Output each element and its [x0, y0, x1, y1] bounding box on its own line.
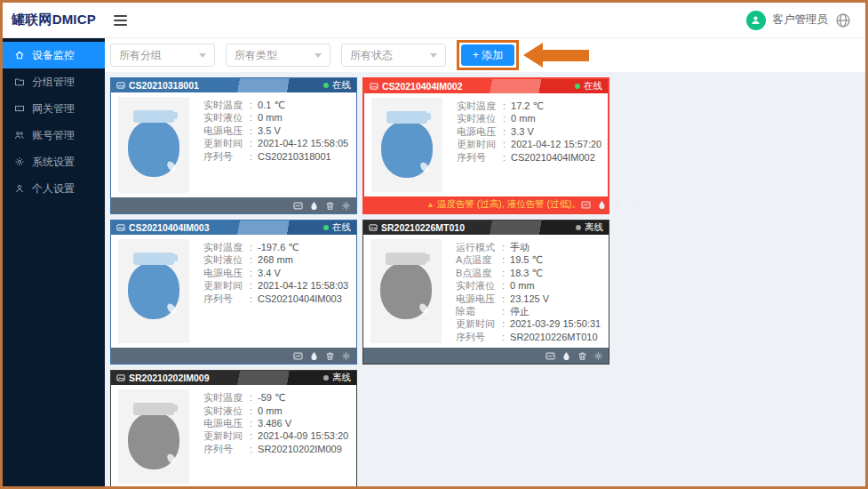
- device-id: CS20210404IM003: [129, 222, 210, 233]
- device-card: CS20210404IM003 在线 实时温度:-197.6 ℃实时液位:268…: [110, 220, 357, 365]
- sidebar-item-3[interactable]: 网关管理: [3, 95, 105, 122]
- chevron-down-icon: [199, 53, 206, 58]
- droplet-icon[interactable]: [597, 200, 607, 210]
- card-action-icons: [581, 200, 639, 210]
- gear-icon[interactable]: [341, 351, 351, 361]
- type-filter-select[interactable]: 所有类型: [226, 44, 330, 67]
- photo-icon: [116, 223, 125, 232]
- sidebar-item-5[interactable]: 系统设置: [3, 148, 105, 175]
- group-filter-select[interactable]: 所有分组: [110, 44, 215, 67]
- group-filter-value: 所有分组: [119, 48, 162, 63]
- tank-image: [370, 239, 442, 343]
- chart-icon[interactable]: [293, 201, 303, 211]
- field-row: 运行模式:手动: [456, 241, 601, 253]
- field-label: 更新时间: [203, 429, 250, 442]
- field-label: 序列号: [203, 443, 250, 455]
- user-name: 客户管理员: [773, 12, 829, 28]
- field-value: CS20210318001: [258, 150, 331, 163]
- field-label: 实时温度: [457, 100, 503, 112]
- card-action-icons: [293, 351, 351, 361]
- field-label: 实时液位: [203, 405, 250, 417]
- device-fields: 实时温度:17.2 ℃实时液位:0 mm电源电压:3.3 V更新时间:2021-…: [457, 98, 601, 192]
- language-globe-icon[interactable]: [835, 12, 851, 28]
- field-row: 实时温度:0.1 ℃: [203, 99, 348, 111]
- tank-image: [118, 239, 189, 343]
- device-card-footer: ▲ 温度告警 (过高), 液位告警 (过低)。: [364, 196, 608, 212]
- status-filter-value: 所有状态: [350, 48, 393, 63]
- device-card-header[interactable]: CS20210404IM003 在线: [111, 220, 356, 235]
- sidebar-item-2[interactable]: 分组管理: [3, 68, 105, 95]
- gear-icon[interactable]: [341, 201, 351, 211]
- chart-icon[interactable]: [545, 351, 555, 361]
- droplet-icon[interactable]: [561, 351, 571, 361]
- status-dot: [576, 225, 581, 230]
- trash-icon[interactable]: [325, 351, 335, 361]
- field-row: 序列号:CS20210404IM003: [203, 293, 348, 305]
- sidebar-item-label: 系统设置: [32, 155, 75, 170]
- field-value: CS20210404IM002: [511, 151, 595, 164]
- droplet-icon[interactable]: [309, 351, 319, 361]
- sidebar-item-6[interactable]: 个人设置: [3, 175, 105, 202]
- trash-icon[interactable]: [577, 351, 587, 361]
- tank-image: [118, 97, 189, 193]
- field-row: A点温度:19.5 ℃: [456, 253, 601, 266]
- droplet-icon[interactable]: [309, 201, 319, 211]
- field-label: 实时液位: [203, 253, 250, 266]
- field-value: 2021-04-12 15:58:05: [258, 137, 348, 149]
- field-label: 序列号: [456, 331, 502, 343]
- sidebar-item-1[interactable]: 设备监控: [3, 42, 105, 68]
- add-button[interactable]: + 添加: [461, 44, 514, 66]
- device-card-body: 实时温度:17.2 ℃实时液位:0 mm电源电压:3.3 V更新时间:2021-…: [364, 93, 608, 196]
- sidebar-item-4[interactable]: 账号管理: [3, 122, 105, 148]
- device-card-body: 实时温度:0.1 ℃实时液位:0 mm电源电压:3.5 V更新时间:2021-0…: [111, 92, 356, 197]
- topbar-right: 客户管理员: [746, 11, 866, 30]
- status-dot: [575, 84, 580, 89]
- annotation-highlight-box: + 添加: [457, 40, 519, 70]
- trash-icon[interactable]: [325, 201, 335, 211]
- device-fields: 实时温度:-197.6 ℃实时液位:268 mm电源电压:3.4 V更新时间:2…: [203, 239, 348, 343]
- gear-icon[interactable]: [593, 351, 603, 361]
- photo-icon: [116, 373, 125, 382]
- warning-icon: ▲: [426, 200, 434, 209]
- field-row: 电源电压:3.486 V: [203, 417, 348, 429]
- chart-icon[interactable]: [581, 200, 591, 210]
- field-value: 23.125 V: [510, 293, 549, 305]
- photo-icon: [369, 223, 378, 232]
- field-row: 序列号:CS20210318001: [203, 150, 348, 163]
- field-value: 2021-04-09 15:53:20: [258, 429, 348, 442]
- type-filter-value: 所有类型: [235, 48, 277, 63]
- menu-collapse-icon[interactable]: [114, 15, 127, 26]
- field-value: SR20210226MT010: [510, 331, 597, 343]
- field-label: 电源电压: [203, 417, 250, 429]
- filter-bar: 所有分组 所有类型 所有状态 + 添加: [105, 38, 865, 72]
- chart-icon[interactable]: [293, 351, 303, 361]
- field-row: 更新时间:2021-04-09 15:53:20: [203, 429, 348, 442]
- gear-icon[interactable]: [629, 200, 639, 210]
- device-card-header[interactable]: SR20210226MT010 离线: [363, 220, 609, 235]
- app-window: 罐联网DMICP 客户管理员 设备监控 分组管理 网关管理 账号管理 系统设置 …: [0, 0, 868, 489]
- field-label: 实时温度: [203, 391, 250, 404]
- gateway-icon: [14, 103, 25, 114]
- photo-icon: [370, 82, 378, 91]
- person-icon: [14, 183, 25, 194]
- status-filter-select[interactable]: 所有状态: [341, 44, 446, 67]
- field-label: 电源电压: [203, 267, 250, 279]
- field-row: 更新时间:2021-04-12 15:58:03: [203, 279, 348, 292]
- device-card-header[interactable]: CS20210404IM002 在线: [364, 79, 608, 93]
- avatar[interactable]: [746, 11, 766, 30]
- device-card-footer: ▲: [363, 348, 609, 364]
- device-card-footer: ▲: [111, 197, 356, 213]
- field-label: 更新时间: [456, 317, 502, 330]
- field-label: 实时液位: [456, 279, 502, 292]
- device-id: SR20210226MT010: [381, 222, 465, 233]
- field-label: 实时液位: [457, 112, 503, 124]
- field-row: 实时温度:-197.6 ℃: [203, 241, 348, 253]
- field-row: 实时液位:0 mm: [203, 405, 348, 417]
- annotation-arrow: [523, 43, 589, 68]
- device-card-header[interactable]: CS20210318001 在线: [111, 78, 356, 92]
- field-row: 序列号:CS20210404IM002: [457, 151, 601, 164]
- device-card-header[interactable]: SR20210202IM009 离线: [111, 371, 356, 385]
- chevron-down-icon: [430, 53, 437, 58]
- trash-icon[interactable]: [613, 200, 623, 210]
- field-row: 实时液位:268 mm: [203, 253, 348, 266]
